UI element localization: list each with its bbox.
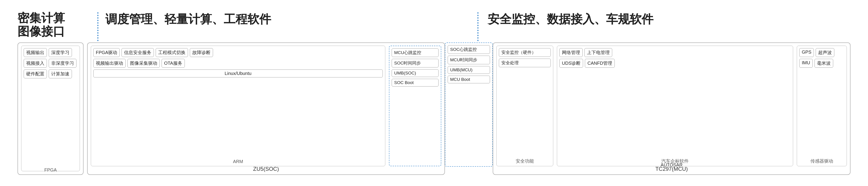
sensor-imu: IMU (799, 59, 813, 68)
dot6 (97, 25, 98, 26)
dot5 (97, 22, 98, 24)
arm-eng-mode: 工程模式切换 (156, 48, 188, 57)
fpga-section: 视频输出 深度学习 视频接入 非深度学习 硬件配置 计算加速 FPGA (18, 42, 84, 175)
rdot5 (477, 22, 478, 24)
rdot3 (477, 17, 478, 18)
zu5-label: ZU5(SOC) (253, 166, 279, 172)
mcu-umb: UMB(MCU) (448, 66, 490, 74)
soc-time-sync: SOC时间同步 (392, 59, 439, 68)
sensor-millimeter: 毫米波 (814, 59, 833, 68)
dot2 (97, 15, 98, 16)
header-right: 安全监控、数据接入、车规软件 (488, 11, 850, 27)
soc-shared-section: MCU心跳监控 SOC时间同步 UMB(SOC) SOC Boot (389, 46, 441, 166)
dot4 (97, 20, 98, 21)
zu5-inner-row: FPGA驱动 信息安全服务 工程模式切换 故障诊断 视频输出驱动 图像采集驱动 … (91, 46, 441, 166)
rdot10 (477, 35, 478, 36)
arm-row-1: FPGA驱动 信息安全服务 工程模式切换 故障诊断 (93, 48, 383, 57)
header-row: 密集计算 图像接口 调度管理、轻量计算、工程软件 (18, 11, 850, 39)
header-center: 调度管理、轻量计算、工程软件 (105, 11, 468, 27)
left-divider (97, 12, 98, 35)
arm-fpga-driver: FPGA驱动 (93, 48, 120, 57)
arm-img-capture: 图像采集驱动 (127, 59, 160, 68)
fpga-chip-video-in: 视频接入 (24, 59, 47, 68)
fpga-label: FPGA (44, 168, 57, 173)
tc297-label: TC297(MCU) (655, 166, 688, 172)
arm-fault-diag: 故障诊断 (190, 48, 213, 57)
fpga-row-3: 硬件配置 计算加速 (24, 70, 78, 78)
autosar-canfd: CANFD管理 (585, 59, 615, 68)
dot10 (97, 35, 98, 36)
tc297-inner-row: 安全监控（硬件） 安全处理 安全功能 网络管理 上下电管理 UDS诊断 CANF… (496, 46, 847, 166)
fpga-inner: 视频输出 深度学习 视频接入 非深度学习 硬件配置 计算加速 (21, 46, 80, 171)
safety-label: 安全功能 (516, 158, 534, 164)
right-divider (477, 12, 478, 35)
fpga-chip-non-deep: 非深度学习 (49, 59, 76, 68)
zu5-outer: FPGA驱动 信息安全服务 工程模式切换 故障诊断 视频输出驱动 图像采集驱动 … (87, 42, 445, 175)
rdot7 (477, 27, 478, 29)
rdot2 (477, 15, 478, 16)
sensor-row-2: IMU 毫米波 (799, 59, 844, 68)
rdot9 (477, 32, 478, 34)
soc-umb: UMB(SOC) (392, 69, 439, 77)
arm-ota: OTA服务 (162, 59, 185, 68)
arm-linux: Linux/Ubuntu (93, 70, 383, 77)
sensor-section: GPS 超声波 IMU 毫米波 传感器驱动 (797, 46, 847, 166)
page-wrapper: 密集计算 图像接口 调度管理、轻量计算、工程软件 (11, 7, 857, 179)
autosar-network-mgmt: 网络管理 (559, 48, 583, 57)
dot3 (97, 17, 98, 18)
main-content: 视频输出 深度学习 视频接入 非深度学习 硬件配置 计算加速 FPGA (18, 42, 850, 175)
arm-info-security: 信息安全服务 (122, 48, 154, 57)
sensor-ultrasonic: 超声波 (816, 48, 834, 57)
fpga-chip-video-out: 视频输出 (24, 48, 47, 57)
autosar-uds: UDS诊断 (559, 59, 583, 68)
rdot8 (477, 30, 478, 31)
header-title-right: 安全监控、数据接入、车规软件 (488, 11, 653, 27)
dot1 (97, 12, 98, 14)
arm-label: ARM (233, 159, 243, 164)
mcu-shared-section: SOC心跳监控 MCU时间同步 UMB(MCU) MCU Boot (445, 42, 493, 166)
autosar-row-2: UDS诊断 CANFD管理 (559, 59, 790, 68)
autosar-row-1: 网络管理 上下电管理 (559, 48, 790, 57)
fpga-chip-compute-accel: 计算加速 (49, 70, 72, 78)
sensor-row-1: GPS 超声波 (799, 48, 844, 57)
dot12 (97, 40, 98, 41)
safety-process: 安全处理 (499, 59, 551, 67)
autosar-power-mgmt: 上下电管理 (584, 48, 612, 57)
rdot1 (477, 12, 478, 14)
sensor-label: 传感器驱动 (810, 158, 833, 164)
arm-section: FPGA驱动 信息安全服务 工程模式切换 故障诊断 视频输出驱动 图像采集驱动 … (91, 46, 385, 166)
fpga-row-1: 视频输出 深度学习 (24, 48, 78, 57)
tc297-outer: 安全监控（硬件） 安全处理 安全功能 网络管理 上下电管理 UDS诊断 CANF… (493, 42, 850, 175)
arm-row-3: Linux/Ubuntu (93, 70, 383, 77)
safety-hw-monitor: 安全监控（硬件） (499, 48, 551, 57)
mcu-time-sync: MCU时间同步 (448, 55, 490, 64)
header-title-center: 调度管理、轻量计算、工程软件 (105, 11, 271, 27)
dot11 (97, 37, 98, 39)
fpga-chip-hw-config: 硬件配置 (24, 70, 47, 78)
rdot11 (477, 37, 478, 39)
autosar-section: 网络管理 上下电管理 UDS诊断 CANFD管理 汽车企标软件 (557, 46, 793, 166)
arm-row-2: 视频输出驱动 图像采集驱动 OTA服务 (93, 59, 383, 68)
mcu-boot: MCU Boot (448, 76, 490, 83)
dot7 (97, 27, 98, 29)
dot9 (97, 32, 98, 34)
header-title-left: 密集计算 图像接口 (18, 11, 90, 39)
dot8 (97, 30, 98, 31)
sensor-gps: GPS (799, 48, 814, 57)
rdot6 (477, 25, 478, 26)
rdot4 (477, 20, 478, 21)
header-left: 密集计算 图像接口 (18, 11, 90, 39)
arm-video-out-driver: 视频输出驱动 (93, 59, 126, 68)
mcu-soc-heartbeat: SOC心跳监控 (448, 45, 490, 54)
fpga-row-2: 视频接入 非深度学习 (24, 59, 78, 68)
rdot12 (477, 40, 478, 41)
safety-section: 安全监控（硬件） 安全处理 安全功能 (496, 46, 553, 166)
fpga-chip-deep-learn: 深度学习 (49, 48, 72, 57)
soc-mcu-heartbeat: MCU心跳监控 (392, 48, 439, 57)
soc-boot: SOC Boot (392, 79, 439, 86)
